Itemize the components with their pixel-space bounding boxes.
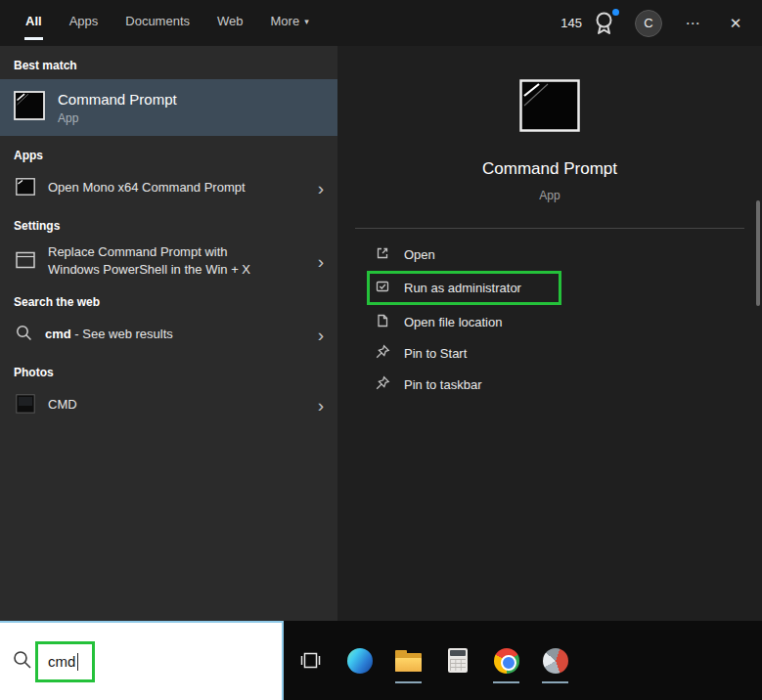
tab-more[interactable]: More ▾ — [270, 0, 310, 40]
task-view-button[interactable] — [297, 647, 324, 674]
chrome-icon — [494, 648, 519, 674]
cmd-app-icon-large — [519, 118, 580, 135]
search-annotation-box: cmd — [35, 641, 95, 682]
cmd-app-icon — [16, 178, 35, 198]
result-open-mono-cmd[interactable]: Open Mono x64 Command Prompt › — [0, 169, 337, 206]
notification-dot — [612, 9, 619, 16]
search-results-panel: Best match Command Prompt App Apps — [0, 46, 337, 621]
action-label: Open file location — [404, 315, 502, 329]
divider — [355, 228, 744, 229]
header-actions: 145 C ⋯ ✕ — [560, 0, 748, 46]
action-open-file-location[interactable]: Open file location — [337, 306, 762, 337]
section-header-best-match: Best match — [0, 46, 337, 79]
best-match-text: Command Prompt App — [58, 91, 177, 125]
chevron-right-icon[interactable]: › — [310, 252, 332, 271]
tab-all[interactable]: All — [24, 0, 43, 40]
result-label: CMD — [48, 396, 297, 414]
more-options-icon[interactable]: ⋯ — [680, 15, 705, 32]
chevron-right-icon[interactable]: › — [310, 179, 332, 197]
best-match-title: Command Prompt — [58, 91, 177, 108]
best-match-result[interactable]: Command Prompt App — [0, 79, 337, 136]
task-view-icon — [298, 648, 323, 673]
taskbar — [284, 621, 762, 700]
search-icon — [16, 325, 32, 344]
best-match-subtitle: App — [58, 111, 177, 125]
tab-more-label: More — [271, 14, 300, 28]
highlight-annotation-box: Run as administrator — [367, 271, 561, 305]
taskbar-calculator-button[interactable] — [444, 647, 471, 674]
search-input[interactable]: cmd — [0, 621, 284, 700]
taskbar-app-button[interactable] — [542, 647, 568, 674]
result-replace-cmd-powershell[interactable]: Replace Command Prompt with Windows Powe… — [0, 240, 337, 283]
action-label: Pin to Start — [404, 346, 467, 361]
scrollbar-thumb[interactable] — [756, 200, 760, 306]
text-cursor — [77, 653, 78, 671]
taskbar-file-explorer-button[interactable] — [395, 647, 422, 674]
pin-icon — [375, 375, 390, 394]
preview-app-title: Command Prompt — [337, 159, 762, 179]
action-pin-to-start[interactable]: Pin to Start — [337, 337, 762, 369]
taskbar-edge-button[interactable] — [346, 647, 373, 674]
result-label: cmd - See web results — [45, 326, 297, 343]
result-label: Open Mono x64 Command Prompt — [48, 179, 297, 197]
result-label: Replace Command Prompt with Windows Powe… — [48, 243, 297, 279]
search-filter-tabs: All Apps Documents Web More ▾ — [24, 0, 310, 40]
section-header-apps: Apps — [0, 136, 337, 169]
app-preview: Command Prompt App — [337, 46, 762, 202]
file-explorer-icon — [395, 650, 422, 672]
taskbar-chrome-button[interactable] — [493, 647, 519, 674]
file-location-icon — [375, 313, 390, 331]
action-run-as-administrator[interactable]: Run as administrator — [337, 271, 762, 305]
search-header: All Apps Documents Web More ▾ 145 C — [0, 0, 762, 46]
preview-app-subtitle: App — [337, 189, 762, 202]
section-header-photos: Photos — [0, 353, 337, 386]
tab-documents[interactable]: Documents — [124, 0, 191, 40]
start-search-screen: All Apps Documents Web More ▾ 145 C — [0, 0, 762, 700]
action-label: Pin to taskbar — [404, 377, 482, 392]
section-header-settings: Settings — [0, 206, 337, 240]
search-icon — [13, 650, 32, 674]
edge-icon — [347, 648, 373, 674]
result-web-search[interactable]: cmd - See web results › — [0, 316, 337, 353]
chevron-down-icon: ▾ — [304, 17, 309, 26]
run-as-admin-icon — [375, 279, 390, 297]
open-icon — [375, 245, 390, 264]
section-header-search-web: Search the web — [0, 283, 337, 316]
close-icon[interactable]: ✕ — [723, 15, 748, 32]
tab-web[interactable]: Web — [216, 0, 245, 40]
app-icon — [543, 648, 568, 674]
search-input-text: cmd — [48, 653, 75, 670]
cmd-app-icon — [14, 91, 45, 124]
tab-apps[interactable]: Apps — [68, 0, 100, 40]
result-photo-cmd[interactable]: CMD › — [0, 386, 337, 423]
action-label: Open — [404, 247, 435, 262]
action-label: Run as administrator — [404, 281, 521, 295]
rewards-indicator[interactable]: 145 — [560, 10, 617, 36]
photo-thumbnail-icon — [16, 394, 35, 416]
pin-icon — [375, 344, 390, 363]
console-window-icon — [16, 251, 35, 272]
calculator-icon — [448, 648, 468, 673]
action-pin-to-taskbar[interactable]: Pin to taskbar — [337, 369, 762, 400]
chevron-right-icon[interactable]: › — [310, 396, 332, 415]
user-avatar[interactable]: C — [635, 10, 662, 37]
rewards-count: 145 — [560, 16, 582, 30]
action-open[interactable]: Open — [337, 239, 762, 270]
rewards-medal-icon — [591, 10, 617, 36]
chevron-right-icon[interactable]: › — [310, 326, 332, 344]
preview-panel: Command Prompt App Open — [337, 46, 762, 621]
